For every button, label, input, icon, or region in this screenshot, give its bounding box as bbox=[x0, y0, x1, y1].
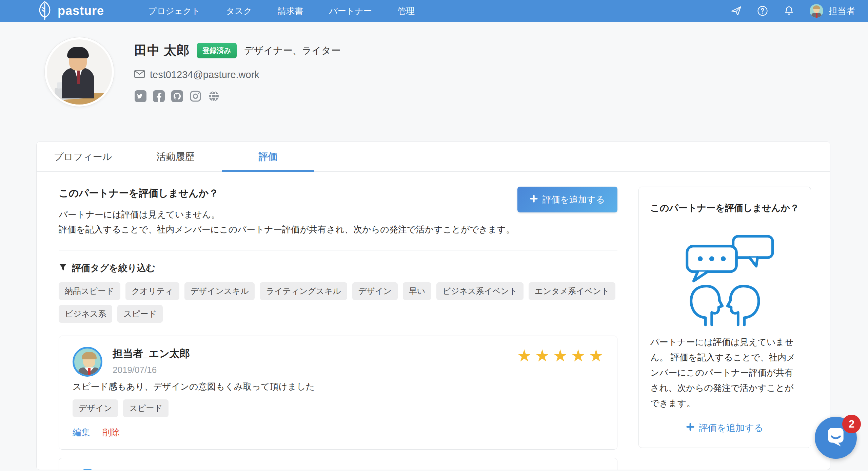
filter-tag[interactable]: ライティングスキル bbox=[260, 282, 347, 300]
review-card: 担当者_エン太郎 2019/07/16 ★★★★★ スピード感もあり、デザインの… bbox=[59, 336, 617, 450]
add-evaluation-button[interactable]: 評価を追加する bbox=[517, 187, 617, 212]
nav-links: プロジェクト タスク 請求書 パートナー 管理 bbox=[148, 5, 415, 17]
filter-tag[interactable]: スピード bbox=[117, 305, 163, 323]
section-divider bbox=[59, 250, 617, 250]
review-tag: デザイン bbox=[73, 399, 118, 417]
reviewer-avatar bbox=[73, 469, 102, 470]
partner-photo bbox=[45, 37, 114, 107]
chat-bubble-icon bbox=[825, 426, 847, 450]
email-row: test01234@pasture.work bbox=[134, 69, 340, 80]
profile-header: 田中 太郎 登録済み デザイナー、ライター test01234@pasture.… bbox=[0, 22, 868, 142]
pasture-leaf-icon bbox=[37, 0, 52, 21]
evaluate-prompt-line1: パートナーには評価は見えていません。 bbox=[59, 207, 515, 222]
review-tag: スピード bbox=[123, 399, 169, 417]
navbar-right: 担当者 bbox=[730, 4, 855, 18]
nav-item-admin[interactable]: 管理 bbox=[398, 5, 415, 17]
filter-tag[interactable]: クオリティ bbox=[125, 282, 179, 300]
tag-filter-header: 評価タグを絞り込む bbox=[59, 262, 617, 274]
filter-tag[interactable]: エンタメ系イベント bbox=[529, 282, 616, 300]
envelope-icon bbox=[134, 69, 145, 80]
evaluate-promo-card: このパートナーを評価しませんか？ パートナーには評価は見えていません。 評価を記… bbox=[638, 187, 811, 448]
reviewer-name: 担当者_エン太郎 bbox=[113, 347, 190, 361]
evaluate-prompt: このパートナーを評価しませんか？ パートナーには評価は見えていません。 評価を記… bbox=[59, 187, 617, 237]
funnel-icon bbox=[59, 263, 67, 273]
filter-tag[interactable]: デザイン bbox=[352, 282, 398, 300]
nav-item-invoices[interactable]: 請求書 bbox=[278, 5, 303, 17]
social-links bbox=[134, 90, 340, 102]
star-rating: ★★★★★ bbox=[517, 347, 604, 364]
user-menu[interactable]: 担当者 bbox=[810, 4, 855, 18]
plus-icon bbox=[530, 194, 538, 205]
review-text: スピード感もあり、デザインの意図もくみ取って頂けました bbox=[73, 381, 604, 393]
star-icon: ★ bbox=[535, 347, 550, 364]
brand-logo[interactable]: pasture bbox=[37, 0, 104, 21]
github-icon[interactable] bbox=[171, 90, 183, 102]
tag-filter-label: 評価タグを絞り込む bbox=[72, 262, 155, 274]
registered-badge: 登録済み bbox=[197, 43, 237, 58]
nav-item-tasks[interactable]: タスク bbox=[226, 5, 252, 17]
review-date: 2019/07/16 bbox=[113, 365, 190, 375]
globe-icon[interactable] bbox=[208, 90, 220, 102]
delete-review-link[interactable]: 削除 bbox=[102, 427, 120, 438]
user-avatar bbox=[810, 4, 823, 18]
tab-content: このパートナーを評価しませんか？ パートナーには評価は見えていません。 評価を記… bbox=[37, 172, 830, 470]
evaluation-column: このパートナーを評価しませんか？ パートナーには評価は見えていません。 評価を記… bbox=[59, 187, 617, 470]
bell-icon[interactable] bbox=[783, 5, 795, 17]
evaluate-prompt-text: このパートナーを評価しませんか？ パートナーには評価は見えていません。 評価を記… bbox=[59, 187, 515, 237]
partner-roles: デザイナー、ライター bbox=[244, 44, 341, 57]
star-rating: ★★★★★ bbox=[517, 469, 604, 470]
edit-review-link[interactable]: 編集 bbox=[73, 427, 90, 438]
promo-text: パートナーには評価は見えていません。 評価を記入することで、社内メンバーにこのパ… bbox=[650, 335, 799, 411]
partner-detail-card: プロフィール 活動履歴 評価 このパートナーを評価しませんか？ パートナーには評… bbox=[36, 142, 830, 470]
chat-unread-badge: 2 bbox=[842, 415, 861, 433]
reviewer-avatar bbox=[73, 347, 102, 377]
reviewer-name: 担当者_エン太郎 bbox=[113, 469, 190, 470]
star-icon: ★ bbox=[589, 347, 604, 364]
filter-tag[interactable]: 早い bbox=[403, 282, 432, 300]
evaluate-prompt-line2: 評価を記入することで、社内メンバーにこのパートナー評価が共有され、次からの発注で… bbox=[59, 222, 515, 237]
nav-item-projects[interactable]: プロジェクト bbox=[148, 5, 200, 17]
review-tag-list: デザインスピード bbox=[73, 399, 604, 417]
conversation-illustration bbox=[667, 226, 783, 328]
profile-info: 田中 太郎 登録済み デザイナー、ライター test01234@pasture.… bbox=[134, 37, 340, 142]
top-navbar: pasture プロジェクト タスク 請求書 パートナー 管理 bbox=[0, 0, 868, 22]
promo-line2: 評価を記入することで、社内メンバーにこのパートナー評価が共有され、次からの発注で… bbox=[650, 352, 795, 408]
star-icon: ★ bbox=[535, 470, 550, 470]
plus-icon bbox=[686, 423, 694, 433]
star-icon: ★ bbox=[553, 347, 568, 364]
partner-email: test01234@pasture.work bbox=[150, 69, 259, 80]
add-evaluation-link[interactable]: 評価を追加する bbox=[650, 422, 799, 434]
brand-title: pasture bbox=[58, 4, 104, 18]
instagram-icon[interactable] bbox=[189, 90, 202, 102]
nav-item-partners[interactable]: パートナー bbox=[329, 5, 372, 17]
user-label: 担当者 bbox=[829, 5, 855, 17]
filter-tag[interactable]: デザインスキル bbox=[184, 282, 255, 300]
review-card: 担当者_エン太郎 ★★★★★ bbox=[59, 458, 617, 470]
star-icon: ★ bbox=[571, 347, 586, 364]
tab-activity-history[interactable]: 活動履歴 bbox=[129, 142, 222, 171]
filter-tag[interactable]: 納品スピード bbox=[59, 282, 120, 300]
promo-heading: このパートナーを評価しませんか？ bbox=[650, 202, 799, 214]
chat-launcher-button[interactable]: 2 bbox=[815, 417, 857, 459]
evaluate-prompt-heading: このパートナーを評価しませんか？ bbox=[59, 187, 515, 200]
filter-tag[interactable]: ビジネス系 bbox=[59, 305, 112, 323]
star-icon: ★ bbox=[553, 470, 568, 470]
star-icon: ★ bbox=[517, 347, 532, 364]
facebook-icon[interactable] bbox=[153, 90, 165, 102]
paper-plane-icon[interactable] bbox=[730, 5, 742, 17]
tab-evaluation[interactable]: 評価 bbox=[222, 142, 314, 171]
twitter-icon[interactable] bbox=[134, 90, 147, 102]
star-icon: ★ bbox=[589, 470, 604, 470]
tab-profile[interactable]: プロフィール bbox=[37, 142, 129, 171]
help-icon[interactable] bbox=[757, 5, 768, 17]
star-icon: ★ bbox=[571, 470, 586, 470]
partner-name: 田中 太郎 bbox=[134, 42, 190, 59]
tab-bar: プロフィール 活動履歴 評価 bbox=[37, 142, 830, 172]
filter-tag[interactable]: ビジネス系イベント bbox=[436, 282, 524, 300]
filter-tag-list: 納品スピードクオリティデザインスキルライティングスキルデザイン早いビジネス系イベ… bbox=[59, 282, 617, 323]
star-icon: ★ bbox=[517, 470, 532, 470]
